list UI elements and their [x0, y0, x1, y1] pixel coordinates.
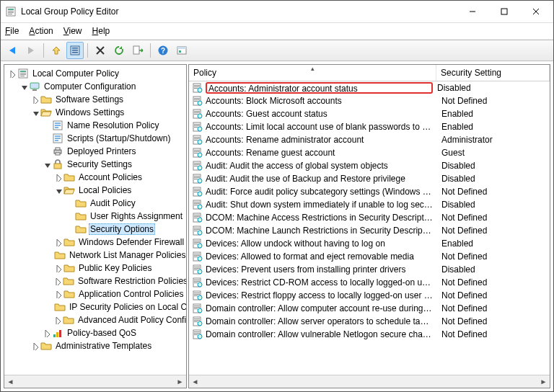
maximize-button[interactable]	[488, 1, 520, 22]
help-button[interactable]	[154, 42, 172, 59]
tree-computer-configuration[interactable]: Computer Configuration	[4, 80, 186, 93]
tree-scripts[interactable]: Scripts (Startup/Shutdown)	[4, 132, 186, 145]
policy-row[interactable]: Domain controller: Allow vulnerable Netl…	[189, 328, 550, 341]
col-setting-label: Security Setting	[441, 68, 501, 78]
tree-network-list-manager[interactable]: Network List Manager Policies	[4, 249, 186, 262]
policy-name: Accounts: Rename guest account	[206, 148, 437, 158]
expand-closed-icon[interactable]	[53, 316, 62, 325]
list-pane: Policy ▴ Security Setting Accounts: Admi…	[188, 64, 550, 388]
col-setting[interactable]: Security Setting	[436, 65, 550, 81]
tree-deployed-printers[interactable]: Deployed Printers	[4, 145, 186, 158]
policy-icon	[192, 238, 203, 249]
policy-icon	[192, 199, 203, 210]
menu-action[interactable]: Action	[29, 26, 53, 36]
scroll-left-icon[interactable]: ◄	[4, 375, 17, 388]
tree-public-key-policies[interactable]: Public Key Policies	[4, 262, 186, 275]
policy-row[interactable]: Audit: Shut down system immediately if u…	[189, 198, 550, 211]
tree-admin-templates[interactable]: Administrative Templates	[4, 339, 186, 352]
tree-advanced-audit[interactable]: Advanced Audit Policy Configuration	[4, 313, 186, 326]
tree-hscrollbar[interactable]: ◄ ►	[4, 375, 186, 388]
tree-ip-security[interactable]: IP Security Policies on Local Computer	[4, 300, 186, 313]
up-button[interactable]	[48, 42, 65, 59]
tree-user-rights-assignment[interactable]: User Rights Assignment	[4, 210, 186, 223]
policy-icon	[192, 277, 203, 288]
tree[interactable]: Local Computer PolicyComputer Configurat…	[4, 65, 186, 375]
policy-row[interactable]: Domain controller: Allow server operator…	[189, 315, 550, 328]
expand-closed-icon[interactable]	[53, 264, 63, 273]
close-button[interactable]	[520, 1, 552, 22]
policy-row[interactable]: DCOM: Machine Access Restrictions in Sec…	[189, 211, 550, 224]
policy-icon	[192, 82, 203, 94]
folder-icon	[40, 94, 52, 105]
tree-label: Application Control Policies	[77, 289, 185, 299]
expand-open-icon[interactable]	[42, 160, 51, 169]
policy-row[interactable]: Accounts: Block Microsoft accountsNot De…	[189, 94, 550, 107]
tree-label: Local Policies	[77, 185, 133, 195]
folder-open-icon	[40, 107, 52, 118]
policy-row[interactable]: Audit: Audit the use of Backup and Resto…	[189, 172, 550, 185]
expand-closed-icon[interactable]	[7, 69, 17, 79]
expand-open-icon[interactable]	[19, 82, 28, 92]
scroll-right-icon[interactable]: ►	[537, 375, 550, 388]
list-hscrollbar[interactable]: ◄ ►	[189, 375, 550, 388]
menu-view[interactable]: View	[63, 26, 82, 36]
policy-list[interactable]: Accounts: Administrator account statusDi…	[189, 81, 550, 375]
toolbar-separator	[43, 43, 44, 58]
expand-closed-icon[interactable]	[30, 95, 40, 104]
expand-closed-icon[interactable]	[53, 290, 63, 299]
menu-help[interactable]: Help	[92, 26, 110, 36]
policy-row[interactable]: Domain controller: Allow computer accoun…	[189, 302, 550, 315]
export-button[interactable]	[129, 42, 146, 59]
policy-row[interactable]: Devices: Prevent users from installing p…	[189, 263, 550, 276]
tree-audit-policy[interactable]: Audit Policy	[4, 197, 186, 210]
policy-row[interactable]: Audit: Force audit policy subcategory se…	[189, 185, 550, 198]
col-policy[interactable]: Policy ▴	[189, 65, 436, 81]
refresh-button[interactable]	[110, 42, 128, 59]
policy-row[interactable]: Accounts: Administrator account statusDi…	[189, 81, 550, 94]
expand-open-icon[interactable]	[30, 108, 40, 117]
expand-closed-icon[interactable]	[53, 238, 63, 247]
tree-local-policies[interactable]: Local Policies	[4, 184, 186, 197]
tree-policy-qos[interactable]: Policy-based QoS	[4, 326, 186, 339]
expand-closed-icon[interactable]	[53, 173, 63, 182]
tree-security-options[interactable]: Security Options	[4, 223, 186, 236]
policy-name: Domain controller: Allow server operator…	[206, 316, 437, 326]
options-button[interactable]	[173, 42, 190, 59]
expand-open-icon[interactable]	[53, 186, 63, 195]
delete-button[interactable]	[92, 42, 109, 59]
policy-row[interactable]: Devices: Restrict CD-ROM access to local…	[189, 276, 550, 289]
tree-windows-defender-firewall[interactable]: Windows Defender Firewall	[4, 236, 186, 249]
policy-setting: Not Defined	[437, 303, 550, 313]
policy-row[interactable]: Accounts: Rename administrator accountAd…	[189, 133, 550, 146]
policy-name: Devices: Allowed to format and eject rem…	[206, 251, 437, 262]
policy-row[interactable]: Accounts: Rename guest accountGuest	[189, 146, 550, 159]
policy-row[interactable]: Devices: Allowed to format and eject rem…	[189, 250, 550, 263]
back-button[interactable]	[4, 42, 21, 59]
policy-row[interactable]: Accounts: Guest account statusEnabled	[189, 107, 550, 120]
policy-row[interactable]: DCOM: Machine Launch Restrictions in Sec…	[189, 224, 550, 237]
tree-software-settings[interactable]: Software Settings	[4, 93, 186, 106]
tree-security-settings[interactable]: Security Settings	[4, 158, 186, 171]
menu-file[interactable]: File	[5, 26, 19, 36]
policy-row[interactable]: Accounts: Limit local account use of bla…	[189, 120, 550, 133]
scroll-right-icon[interactable]: ►	[174, 375, 186, 388]
tree-windows-settings[interactable]: Windows Settings	[4, 106, 186, 119]
forward-button[interactable]	[22, 42, 40, 59]
tree-root[interactable]: Local Computer Policy	[4, 67, 186, 80]
expand-closed-icon[interactable]	[42, 329, 51, 338]
minimize-button[interactable]	[457, 1, 488, 22]
folder-icon	[63, 288, 75, 300]
show-hide-tree-button[interactable]	[66, 42, 84, 59]
policy-row[interactable]: Devices: Restrict floppy access to local…	[189, 289, 550, 302]
policy-setting: Disabled	[437, 264, 550, 275]
tree-application-control[interactable]: Application Control Policies	[4, 288, 186, 300]
tree-label: Scripts (Startup/Shutdown)	[66, 133, 172, 143]
tree-software-restriction[interactable]: Software Restriction Policies	[4, 275, 186, 288]
expand-closed-icon[interactable]	[53, 277, 62, 286]
tree-account-policies[interactable]: Account Policies	[4, 171, 186, 184]
tree-name-resolution-policy[interactable]: Name Resolution Policy	[4, 119, 186, 132]
policy-row[interactable]: Audit: Audit the access of global system…	[189, 159, 550, 172]
expand-closed-icon[interactable]	[30, 342, 40, 351]
policy-row[interactable]: Devices: Allow undock without having to …	[189, 237, 550, 250]
scroll-left-icon[interactable]: ◄	[189, 375, 201, 388]
